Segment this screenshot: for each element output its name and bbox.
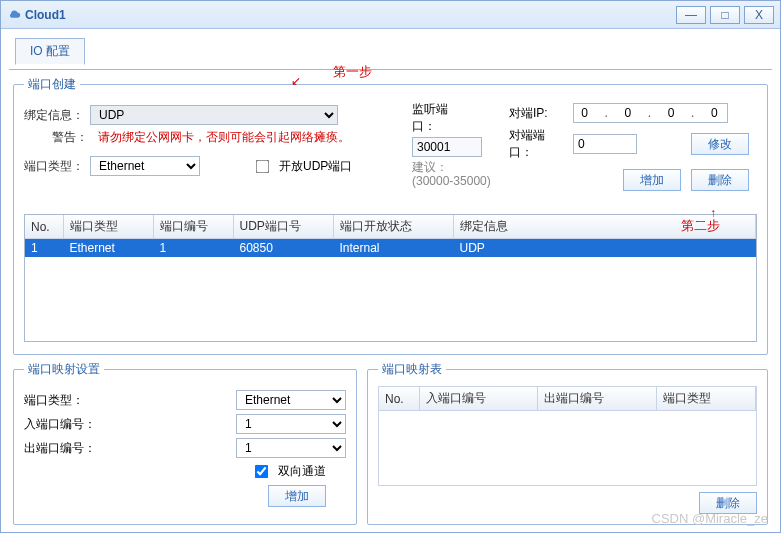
col-pno[interactable]: 端口编号 bbox=[153, 215, 233, 239]
content: IO 配置 端口创建 绑定信息： UDP 警告： 请勿绑定公网网卡，否则可能会引… bbox=[1, 29, 780, 533]
maximize-button[interactable]: □ bbox=[710, 6, 740, 24]
window-title: Cloud1 bbox=[25, 8, 66, 22]
suggest-range: (30000-35000) bbox=[412, 174, 491, 188]
tab-io-config[interactable]: IO 配置 bbox=[15, 38, 85, 65]
warning-text: 请勿绑定公网网卡，否则可能会引起网络瘫痪。 bbox=[98, 129, 350, 146]
cloud-icon bbox=[7, 8, 21, 22]
arrow-icon: ↑ bbox=[710, 206, 716, 220]
warning-label: 警告： bbox=[28, 129, 88, 146]
port-table[interactable]: No. 端口类型 端口编号 UDP端口号 端口开放状态 绑定信息 1 Ether… bbox=[24, 214, 757, 342]
bidir-label: 双向通道 bbox=[278, 463, 326, 480]
col-open[interactable]: 端口开放状态 bbox=[333, 215, 453, 239]
bind-info-select[interactable]: UDP bbox=[90, 105, 338, 125]
map-add-button[interactable]: 增加 bbox=[268, 485, 326, 507]
listen-block: 监听端口： 建议： (30000-35000) bbox=[412, 99, 491, 190]
arrow-icon: ↙ bbox=[291, 74, 301, 88]
delete-button[interactable]: 删除 bbox=[691, 169, 749, 191]
map-port-type-select[interactable]: Ethernet bbox=[236, 390, 346, 410]
minimize-button[interactable]: — bbox=[676, 6, 706, 24]
add-button[interactable]: 增加 bbox=[623, 169, 681, 191]
port-type-select[interactable]: Ethernet bbox=[90, 156, 200, 176]
map-settings-group: 端口映射设置 端口类型： Ethernet 入端口编号： 1 出端口编号： 1 bbox=[13, 361, 357, 525]
peer-port-label: 对端端口： bbox=[509, 127, 567, 161]
map-port-type-label: 端口类型： bbox=[24, 392, 104, 409]
titlebar: Cloud1 — □ X bbox=[1, 1, 780, 29]
col-udp[interactable]: UDP端口号 bbox=[233, 215, 333, 239]
peer-block: 对端IP: 0. 0. 0. 0 对端端口： 修改 增加 删除 bbox=[509, 99, 749, 191]
in-port-select[interactable]: 1 bbox=[236, 414, 346, 434]
bind-info-label: 绑定信息： bbox=[24, 107, 84, 124]
peer-ip-label: 对端IP: bbox=[509, 105, 567, 122]
port-type-label: 端口类型： bbox=[24, 158, 84, 175]
out-port-select[interactable]: 1 bbox=[236, 438, 346, 458]
port-create-legend: 端口创建 bbox=[24, 76, 80, 93]
mcol-in[interactable]: 入端口编号 bbox=[419, 387, 538, 411]
listen-port-input[interactable] bbox=[412, 137, 482, 157]
in-port-label: 入端口编号： bbox=[24, 416, 104, 433]
map-settings-legend: 端口映射设置 bbox=[24, 361, 104, 378]
modify-button[interactable]: 修改 bbox=[691, 133, 749, 155]
open-udp-label: 开放UDP端口 bbox=[279, 158, 352, 175]
close-button[interactable]: X bbox=[744, 6, 774, 24]
out-port-label: 出端口编号： bbox=[24, 440, 104, 457]
table-row[interactable]: 1 Ethernet 1 60850 Internal UDP bbox=[25, 239, 756, 258]
window: Cloud1 — □ X IO 配置 端口创建 绑定信息： UDP 警告： 请勿… bbox=[0, 0, 781, 533]
map-table-legend: 端口映射表 bbox=[378, 361, 446, 378]
col-no[interactable]: No. bbox=[25, 215, 63, 239]
listen-port-label: 监听端口： bbox=[412, 101, 468, 135]
mcol-ptype[interactable]: 端口类型 bbox=[656, 387, 755, 411]
peer-port-input[interactable] bbox=[573, 134, 637, 154]
watermark: CSDN @Miracle_ze bbox=[652, 511, 769, 526]
map-table-group: 端口映射表 No. 入端口编号 出端口编号 端口类型 删除 bbox=[367, 361, 768, 525]
col-ptype[interactable]: 端口类型 bbox=[63, 215, 153, 239]
tabbar: IO 配置 bbox=[9, 37, 772, 64]
bidir-checkbox[interactable] bbox=[255, 465, 269, 479]
mcol-no[interactable]: No. bbox=[379, 387, 419, 411]
open-udp-checkbox[interactable] bbox=[256, 159, 270, 173]
mcol-out[interactable]: 出端口编号 bbox=[538, 387, 657, 411]
port-create-group: 端口创建 绑定信息： UDP 警告： 请勿绑定公网网卡，否则可能会引起网络瘫痪。… bbox=[13, 76, 768, 355]
map-table[interactable]: No. 入端口编号 出端口编号 端口类型 bbox=[378, 386, 757, 486]
peer-ip-input[interactable]: 0. 0. 0. 0 bbox=[573, 103, 728, 123]
